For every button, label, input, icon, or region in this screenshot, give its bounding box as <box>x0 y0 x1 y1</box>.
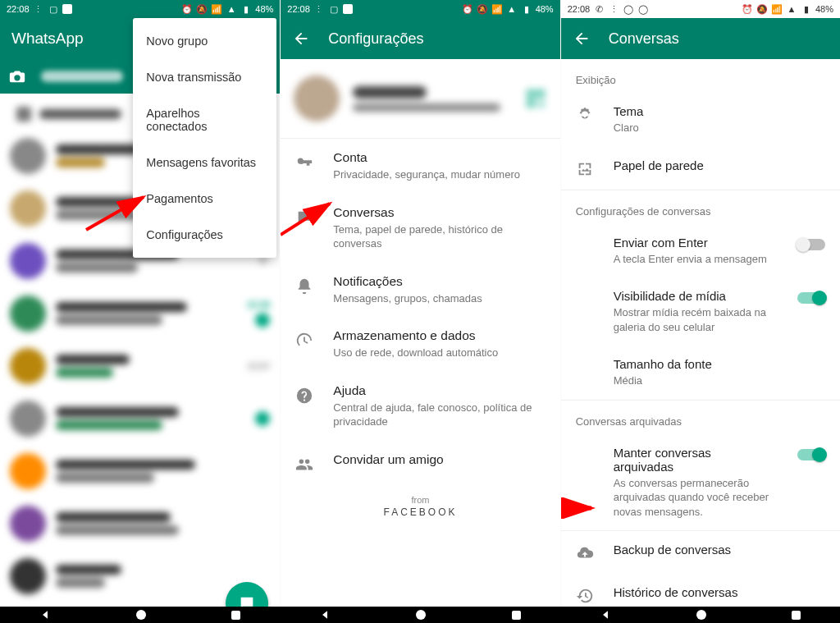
data-icon <box>295 332 313 350</box>
menu-aparelhos-conectados[interactable]: Aparelhos conectados <box>133 95 276 144</box>
setting-ajuda[interactable]: AjudaCentral de ajuda, fale conosco, pol… <box>281 372 559 441</box>
label: Armazenamento e dados <box>333 328 545 343</box>
qr-icon[interactable] <box>524 87 547 110</box>
nav-recents-icon[interactable] <box>231 611 240 620</box>
back-icon[interactable] <box>573 30 591 48</box>
nav-back-icon[interactable] <box>319 609 331 621</box>
tab-chats-blurred[interactable] <box>41 71 123 82</box>
label: Conversas <box>333 205 545 220</box>
menu-nova-transmissao[interactable]: Nova transmissão <box>133 59 276 95</box>
battery-percent: 48% <box>255 4 273 14</box>
setting-conta[interactable]: ContaPrivacidade, segurança, mudar númer… <box>281 139 559 194</box>
status-icon-generic: ⋮ <box>608 3 619 15</box>
dnd-icon: 🔕 <box>196 3 208 15</box>
alarm-icon: ⏰ <box>742 3 753 15</box>
menu-novo-grupo[interactable]: Novo grupo <box>133 23 276 59</box>
avatar <box>294 76 340 121</box>
status-time: 22:08 <box>7 4 30 14</box>
page-title: Configurações <box>328 30 423 48</box>
brightness-icon <box>576 106 594 124</box>
battery-percent: 48% <box>536 4 554 14</box>
invite-icon <box>295 456 313 474</box>
setting-backup[interactable]: Backup de conversas <box>561 531 840 574</box>
subtitle: Central de ajuda, fale conosco, política… <box>333 401 545 429</box>
setting-armazenamento[interactable]: Armazenamento e dadosUso de rede, downlo… <box>281 317 559 372</box>
nav-recents-icon[interactable] <box>792 611 801 620</box>
dnd-icon: 🔕 <box>477 3 488 15</box>
wifi-icon: 📶 <box>491 3 503 15</box>
section-exibicao: Exibição <box>561 59 840 93</box>
signal-icon: ▲ <box>786 3 797 15</box>
label: Tema <box>614 104 819 118</box>
help-icon <box>295 387 313 405</box>
dnd-icon: 🔕 <box>756 3 768 15</box>
status-time: 22:08 <box>287 4 310 14</box>
setting-conversas[interactable]: ConversasTema, papel de parede, históric… <box>281 194 559 263</box>
setting-convidar[interactable]: Convidar um amigo <box>281 441 559 485</box>
subtitle: Tema, papel de parede, histórico de conv… <box>333 222 545 251</box>
nav-back-icon[interactable] <box>600 609 611 621</box>
nav-home-icon[interactable] <box>416 610 426 620</box>
battery-icon: ▮ <box>240 3 252 15</box>
from-facebook: from FACEBOOK <box>281 485 559 551</box>
nav-back-icon[interactable] <box>39 609 51 621</box>
screen-whatsapp-home: 22:08 ⋮ ▢ ⏰ 🔕 📶 ▲ ▮ 48% WhatsApp <box>0 0 280 607</box>
app-title: WhatsApp <box>11 30 84 48</box>
history-icon <box>576 587 594 605</box>
toggle-archived[interactable] <box>797 449 825 460</box>
setting-visibilidade-midia[interactable]: Visibilidade de mídiaMostrar mídia recém… <box>561 277 840 346</box>
setting-enviar-com-enter[interactable]: Enviar com EnterA tecla Enter envia a me… <box>561 224 840 278</box>
nav-home-icon[interactable] <box>696 610 706 620</box>
alarm-icon: ⏰ <box>462 3 473 15</box>
label: Conta <box>333 150 545 165</box>
chat-icon <box>295 208 313 227</box>
wifi-icon: 📶 <box>771 3 783 15</box>
setting-papel-de-parede[interactable]: Papel de parede <box>561 147 840 190</box>
screen-conversas-settings: 22:08 ✆ ⋮ ◯ ◯ ⏰ 🔕 📶 ▲ ▮ 48% Conversas Ex… <box>560 0 840 607</box>
camera-icon[interactable] <box>8 67 26 85</box>
nav-recents-icon[interactable] <box>512 611 521 620</box>
label: Histórico de conversas <box>614 585 819 599</box>
menu-pagamentos[interactable]: Pagamentos <box>133 181 276 217</box>
status-icon-generic: ◯ <box>623 3 634 15</box>
label: Ajuda <box>333 383 545 398</box>
setting-manter-arquivadas[interactable]: Manter conversas arquivadasAs conversas … <box>561 434 840 531</box>
status-bar: 22:08 ⋮ ▢ ⏰ 🔕 📶 ▲ ▮ 48% <box>0 0 280 18</box>
battery-icon: ▮ <box>801 3 812 15</box>
label: Backup de conversas <box>614 543 819 557</box>
status-bar: 22:08 ⋮ ▢ ⏰ 🔕 📶 ▲ ▮ 48% <box>281 0 559 18</box>
signal-icon: ▲ <box>226 3 237 15</box>
menu-configuracoes[interactable]: Configurações <box>133 217 276 253</box>
label: Enviar com Enter <box>614 236 771 250</box>
app-bar: Conversas <box>561 18 840 59</box>
setting-historico[interactable]: Histórico de conversas <box>561 574 840 607</box>
chat-icon <box>238 594 256 607</box>
status-icon-generic: ◯ <box>637 3 649 15</box>
toggle-enter[interactable] <box>797 239 825 250</box>
subtitle: Mostrar mídia recém baixada na galeria d… <box>614 305 771 334</box>
label: Visibilidade de mídia <box>614 289 771 303</box>
status-icon-generic <box>62 4 72 14</box>
profile-row[interactable] <box>281 59 559 138</box>
setting-notificacoes[interactable]: NotificaçõesMensagens, grupos, chamadas <box>281 263 559 318</box>
signal-icon: ▲ <box>506 3 518 15</box>
setting-tema[interactable]: TemaClaro <box>561 93 840 147</box>
nav-home-icon[interactable] <box>136 610 146 620</box>
page-title: Conversas <box>609 30 679 48</box>
chat-time: 22:07 <box>248 361 271 371</box>
toggle-media[interactable] <box>797 292 825 304</box>
status-icon-generic: ▢ <box>48 3 59 15</box>
menu-mensagens-favoritas[interactable]: Mensagens favoritas <box>133 144 276 181</box>
screen-settings: 22:08 ⋮ ▢ ⏰ 🔕 📶 ▲ ▮ 48% Configurações <box>280 0 559 607</box>
status-icon-generic <box>343 4 353 14</box>
subtitle: Uso de rede, download automático <box>333 346 545 360</box>
wifi-icon: 📶 <box>211 3 222 15</box>
status-icon-generic: ⋮ <box>33 3 44 15</box>
bell-icon <box>295 277 313 295</box>
section-config-conversas: Configurações de conversas <box>561 190 840 224</box>
back-icon[interactable] <box>292 30 310 48</box>
setting-tamanho-fonte[interactable]: Tamanho da fonteMédia <box>561 346 840 400</box>
label: Notificações <box>333 274 545 289</box>
value: Claro <box>614 121 819 135</box>
overflow-menu: Novo grupo Nova transmissão Aparelhos co… <box>133 18 276 258</box>
